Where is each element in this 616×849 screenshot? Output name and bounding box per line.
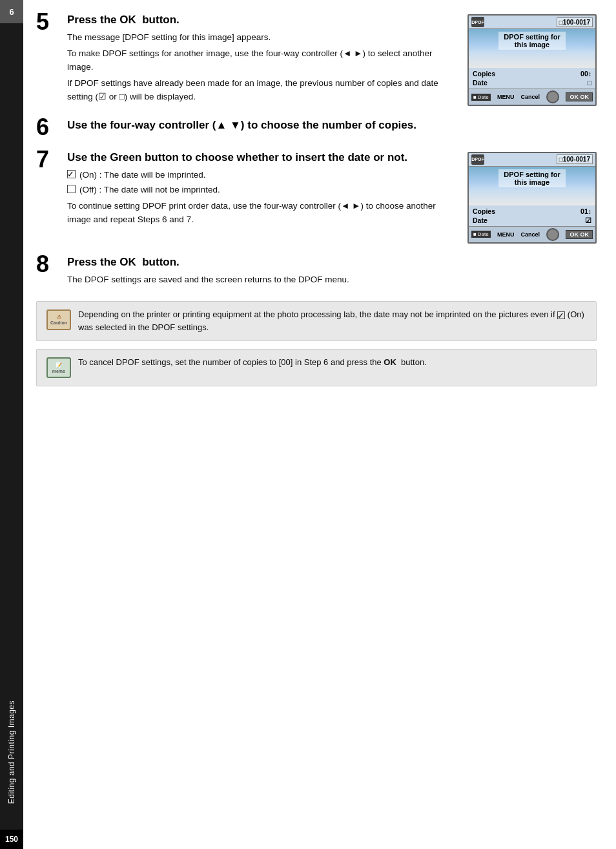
- page-number: 150: [0, 830, 23, 849]
- file-num-2: □100-0017: [557, 154, 593, 164]
- main-content: 5 Press the OK button. The message [DPOF…: [23, 0, 616, 849]
- date-value-2: ☑: [585, 216, 591, 224]
- date-indicator-1: ■Date: [471, 94, 491, 101]
- step-8-content: Press the OK button. The DPOF settings a…: [67, 255, 597, 289]
- cancel-label-2: Cancel: [521, 231, 540, 238]
- step-5-screen: DPOF □100-0017 DPOF setting for this ima…: [467, 14, 597, 106]
- step-7-header: Use the Green button to choose whether t…: [67, 151, 457, 165]
- date-indicator-2: ■Date: [471, 231, 491, 238]
- ok-btn-1: OK OK: [566, 92, 593, 101]
- step-5-block: 5 Press the OK button. The message [DPOF…: [36, 13, 597, 107]
- nav-circle-1: [546, 90, 559, 103]
- step-7-number: 7: [36, 148, 67, 171]
- dpof-icon-1: DPOF: [471, 17, 484, 27]
- date-label-1: Date: [473, 79, 488, 87]
- file-num-1: □100-0017: [557, 17, 593, 27]
- step-7-text: Use the Green button to choose whether t…: [67, 151, 457, 229]
- step-8-body: The DPOF settings are saved and the scre…: [67, 273, 597, 287]
- ok-btn-2: OK OK: [566, 230, 593, 239]
- step-5-body: The message [DPOF setting for this image…: [67, 31, 457, 104]
- on-checkbox: [67, 170, 76, 178]
- memo-box: 📝 memo To cancel DPOF settings, set the …: [36, 349, 597, 386]
- caution-box: ⚠ Caution Depending on the printer or pr…: [36, 301, 597, 341]
- copies-value-2: 01↕: [580, 207, 591, 215]
- sidebar: 6 Editing and Printing Images 150: [0, 0, 23, 849]
- step-7-screen: DPOF □100-0017 DPOF setting for this ima…: [467, 152, 597, 244]
- step-6-header: Use the four-way controller (▲ ▼) to cho…: [67, 118, 597, 132]
- cancel-label-1: Cancel: [521, 94, 540, 100]
- chapter-label: Editing and Printing Images: [7, 694, 16, 810]
- step-5-content: Press the OK button. The message [DPOF s…: [67, 13, 597, 107]
- memo-icon: 📝 memo: [46, 356, 72, 379]
- step-5-text: Press the OK button. The message [DPOF s…: [67, 13, 457, 107]
- step-7-body: (On) : The date will be imprinted. (Off)…: [67, 169, 457, 227]
- off-checkbox: [67, 185, 76, 193]
- step-8-block: 8 Press the OK button. The DPOF settings…: [36, 255, 597, 289]
- menu-label-2: MENU: [497, 231, 515, 238]
- step-7-continue: To continue setting DPOF print order dat…: [67, 200, 457, 227]
- cam-title-2: DPOF setting for this image: [498, 169, 565, 187]
- copies-label-1: Copies: [473, 70, 495, 78]
- chapter-number: 6: [0, 0, 23, 23]
- copies-label-2: Copies: [473, 207, 495, 215]
- memo-text: To cancel DPOF settings, set the number …: [78, 356, 427, 369]
- step-5-number: 5: [36, 10, 67, 34]
- dpof-icon-2: DPOF: [471, 154, 484, 165]
- step-6-block: 6 Use the four-way controller (▲ ▼) to c…: [36, 118, 597, 139]
- date-value-1: □: [588, 79, 591, 87]
- step-6-content: Use the four-way controller (▲ ▼) to cho…: [67, 118, 597, 136]
- step-7-content: Use the Green button to choose whether t…: [67, 151, 597, 244]
- cam-title-1: DPOF setting for this image: [498, 32, 565, 50]
- caution-icon: ⚠ Caution: [46, 308, 72, 331]
- step-6-number: 6: [36, 116, 67, 139]
- copies-value-1: 00↕: [580, 70, 591, 78]
- step-7-block: 7 Use the Green button to choose whether…: [36, 151, 597, 244]
- date-label-2: Date: [473, 216, 488, 224]
- step-5-header: Press the OK button.: [67, 13, 457, 27]
- step-8-header: Press the OK button.: [67, 255, 597, 269]
- menu-label-1: MENU: [497, 94, 515, 100]
- step-8-number: 8: [36, 253, 67, 276]
- caution-text: Depending on the printer or printing equ…: [78, 308, 587, 334]
- nav-circle-2: [546, 228, 559, 241]
